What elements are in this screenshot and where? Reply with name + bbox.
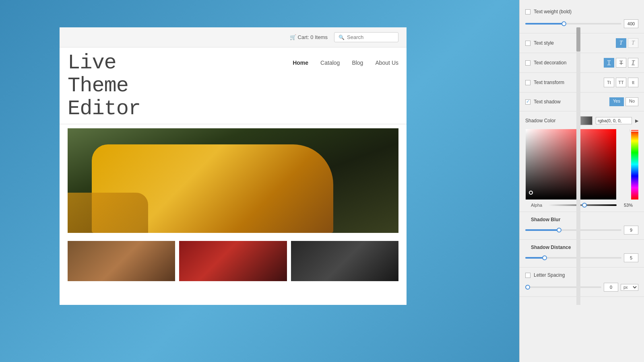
nav-catalog[interactable]: Catalog — [320, 60, 340, 66]
text-weight-checkbox[interactable] — [525, 9, 530, 14]
text-weight-label: Text weight (bold) — [534, 9, 638, 14]
text-weight-track — [525, 23, 621, 25]
text-transform-row: Text transform Tt TT tt — [525, 75, 638, 90]
text-shadow-label: Text shadow — [534, 99, 606, 105]
shadow-blur-value: 9 — [624, 226, 638, 234]
store-logo: LiveThemeEditor — [68, 51, 140, 121]
text-transform-label: Text transform — [534, 80, 601, 85]
text-decoration-checkbox[interactable] — [525, 60, 530, 66]
right-panel: Text weight (bold) 400 Text style T T — [519, 0, 644, 362]
text-weight-slider-row: 400 — [525, 17, 638, 31]
text-style-section: Text style T T — [520, 33, 644, 53]
text-shadow-no-btn[interactable]: No — [625, 97, 638, 106]
color-gradient — [526, 129, 616, 200]
text-transform-capitalize-btn[interactable]: Tt — [604, 78, 614, 87]
shadow-distance-section: Shadow Distance 5 — [520, 240, 644, 267]
hue-slider[interactable] — [631, 129, 638, 200]
shadow-distance-slider[interactable]: 5 — [525, 253, 638, 262]
scrollbar[interactable] — [576, 27, 580, 305]
shadow-distance-fill — [525, 257, 545, 259]
text-transform-uppercase-btn[interactable]: TT — [616, 78, 626, 87]
shadow-distance-slider-row: 5 — [525, 251, 638, 265]
products-row — [60, 237, 407, 285]
hue-cursor[interactable] — [630, 129, 638, 132]
shadow-color-expand-btn[interactable]: ▶ — [635, 118, 638, 123]
hero-image — [68, 128, 398, 233]
product-thumb-1 — [68, 241, 175, 281]
shadow-color-value[interactable]: rgba(0, 0, 0, — [596, 117, 632, 124]
text-transform-section: Text transform Tt TT tt — [520, 73, 644, 93]
text-weight-slider[interactable]: 400 — [525, 19, 638, 28]
text-shadow-section: Text shadow Yes No — [520, 93, 644, 111]
color-picker-cursor[interactable] — [529, 191, 533, 195]
text-decoration-section: Text decoration T T̶ T — [520, 53, 644, 73]
text-weight-row: Text weight (bold) — [525, 6, 638, 17]
text-style-buttons: T T — [616, 38, 638, 48]
alpha-label: Alpha — [531, 203, 545, 208]
search-icon: 🔍 — [339, 35, 345, 40]
alpha-thumb[interactable] — [582, 203, 587, 208]
nav-about[interactable]: About Us — [375, 60, 398, 66]
shadow-blur-fill — [525, 229, 559, 231]
product-thumb-2 — [179, 241, 287, 281]
text-decoration-strikethrough-btn[interactable]: T̶ — [616, 58, 626, 68]
text-style-row: Text style T T — [525, 36, 638, 50]
shadow-distance-thumb[interactable] — [542, 255, 547, 260]
letter-spacing-value: 0 — [604, 283, 618, 292]
shadow-blur-heading: Shadow Blur — [525, 214, 638, 223]
text-decoration-italic-btn[interactable]: T — [628, 58, 638, 68]
letter-spacing-slider[interactable]: 0 px em rem — [525, 283, 638, 292]
store-nav: Home Catalog Blog About Us — [293, 51, 398, 66]
text-style-label: Text style — [534, 40, 613, 46]
letter-spacing-unit-select[interactable]: px em rem — [621, 284, 638, 291]
product-thumb-3 — [291, 241, 398, 281]
shadow-blur-slider[interactable]: 9 — [525, 226, 638, 234]
shadow-distance-value: 5 — [624, 253, 638, 262]
nav-blog[interactable]: Blog — [352, 60, 363, 66]
shadow-blur-slider-row: 9 — [525, 223, 638, 237]
text-decoration-buttons: T T̶ T — [604, 58, 638, 68]
text-decoration-label: Text decoration — [534, 60, 601, 66]
letter-spacing-slider-row: 0 px em rem — [525, 280, 638, 294]
cart-label: 🛒 Cart: 0 Items — [290, 34, 328, 40]
shadow-color-swatch[interactable] — [580, 116, 592, 125]
shadow-color-row: Shadow Color rgba(0, 0, 0, ▶ — [525, 114, 638, 128]
text-shadow-checkbox[interactable] — [525, 99, 530, 105]
alpha-value: 53% — [620, 203, 633, 208]
text-shadow-yes-btn[interactable]: Yes — [609, 97, 624, 106]
text-style-normal-btn[interactable]: T — [628, 38, 638, 48]
store-preview: 🛒 Cart: 0 Items 🔍 LiveThemeEditor Home C… — [60, 27, 407, 305]
text-style-italic-btn[interactable]: T — [616, 38, 626, 48]
text-shadow-row: Text shadow Yes No — [525, 95, 638, 109]
shadow-blur-track — [525, 229, 621, 231]
text-transform-lowercase-btn[interactable]: tt — [628, 78, 638, 87]
letter-spacing-track — [525, 286, 601, 288]
shadow-distance-track — [525, 257, 621, 259]
shadow-distance-heading: Shadow Distance — [525, 242, 638, 251]
text-decoration-row: Text decoration T T̶ T — [525, 56, 638, 70]
letter-spacing-checkbox[interactable] — [525, 273, 530, 278]
search-input[interactable] — [347, 34, 394, 40]
shadow-color-label: Shadow Color — [525, 118, 577, 123]
text-decoration-underline-btn[interactable]: T — [604, 58, 614, 68]
cart-link[interactable]: 🛒 Cart: 0 Items — [290, 34, 328, 40]
text-style-checkbox[interactable] — [525, 41, 530, 46]
text-weight-fill — [525, 23, 564, 25]
letter-spacing-row: Letter Spacing — [525, 270, 638, 280]
nav-home[interactable]: Home — [293, 60, 308, 66]
color-picker[interactable] — [526, 129, 638, 200]
store-header: 🛒 Cart: 0 Items 🔍 — [60, 27, 407, 47]
text-weight-section: Text weight (bold) 400 — [520, 4, 644, 33]
scrollbar-thumb[interactable] — [576, 27, 580, 51]
search-box[interactable]: 🔍 — [334, 32, 398, 42]
alpha-slider[interactable] — [548, 204, 617, 206]
text-transform-buttons: Tt TT tt — [604, 78, 638, 87]
shadow-blur-thumb[interactable] — [557, 228, 561, 232]
letter-spacing-thumb[interactable] — [525, 285, 530, 290]
store-logo-text: LiveThemeEditor — [68, 51, 140, 121]
text-weight-value: 400 — [624, 19, 638, 28]
text-shadow-toggle: Yes No — [609, 97, 638, 106]
text-weight-thumb[interactable] — [561, 21, 566, 26]
text-transform-checkbox[interactable] — [525, 80, 530, 85]
letter-spacing-section: Letter Spacing 0 px em rem — [520, 267, 644, 297]
